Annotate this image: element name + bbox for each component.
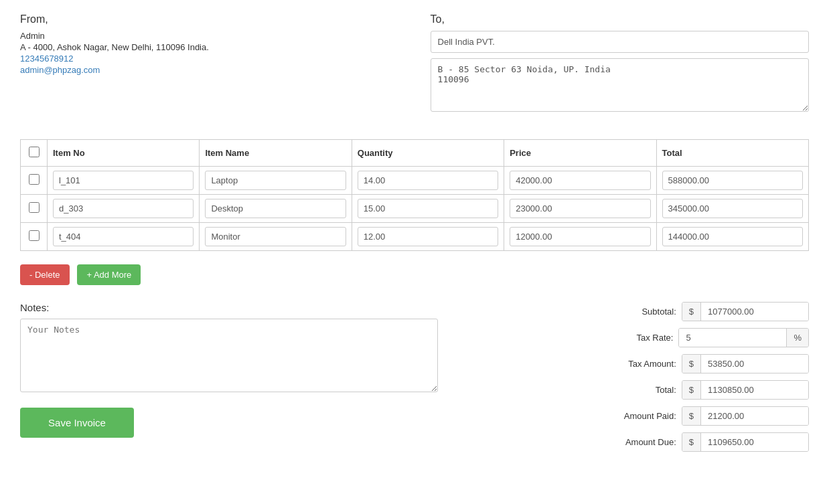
header-total: Total [656, 140, 808, 167]
amount-due-input-group: $ [682, 432, 809, 452]
row-checkbox-0[interactable] [29, 174, 40, 185]
row-price-input-0[interactable] [510, 171, 650, 190]
tax-rate-input-group: % [678, 328, 809, 347]
row-item-no-input-0[interactable] [53, 171, 194, 190]
total-input[interactable] [701, 381, 808, 399]
row-checkbox-2[interactable] [29, 230, 40, 241]
subtotal-input[interactable] [701, 303, 808, 321]
add-more-button[interactable]: + Add More [77, 264, 141, 285]
row-item-name-input-2[interactable] [205, 227, 346, 246]
total-row: Total: $ [469, 380, 809, 400]
tax-rate-label: Tax Rate: [593, 333, 673, 343]
amount-paid-label: Amount Paid: [596, 411, 676, 421]
row-price-cell [504, 167, 656, 195]
save-invoice-button[interactable]: Save Invoice [20, 408, 134, 438]
row-checkbox-cell [21, 223, 48, 251]
subtotal-input-group: $ [682, 302, 809, 321]
table-header-row: Item No Item Name Quantity Price Total [21, 140, 809, 167]
amount-due-row: Amount Due: $ [469, 432, 809, 452]
row-quantity-cell [352, 167, 504, 195]
row-price-input-2[interactable] [510, 227, 650, 246]
total-currency-symbol: $ [682, 381, 701, 399]
row-item-name-input-0[interactable] [205, 171, 346, 190]
tax-amount-currency-symbol: $ [682, 355, 701, 373]
header-quantity: Quantity [352, 140, 504, 167]
amount-due-currency-symbol: $ [682, 433, 701, 451]
amount-paid-currency-symbol: $ [682, 407, 701, 425]
row-total-input-0[interactable] [662, 171, 803, 190]
row-quantity-input-0[interactable] [358, 171, 498, 190]
tax-amount-input[interactable] [701, 355, 808, 373]
row-price-cell [504, 195, 656, 223]
total-input-group: $ [682, 380, 809, 400]
row-item-no-input-2[interactable] [53, 227, 194, 246]
row-price-cell [504, 223, 656, 251]
tax-amount-label: Tax Amount: [596, 359, 676, 369]
tax-amount-input-group: $ [682, 354, 809, 373]
subtotal-row: Subtotal: $ [469, 302, 809, 321]
subtotal-label: Subtotal: [596, 307, 676, 317]
from-label: From, [20, 13, 398, 25]
table-row [21, 223, 809, 251]
row-quantity-cell [352, 223, 504, 251]
header-checkbox-col [21, 140, 48, 167]
row-item-name-cell [200, 195, 352, 223]
notes-section: Notes: Save Invoice [20, 302, 438, 438]
row-total-cell [656, 223, 808, 251]
invoice-table: Item No Item Name Quantity Price Total [20, 139, 809, 251]
row-quantity-cell [352, 195, 504, 223]
row-quantity-input-1[interactable] [358, 199, 498, 218]
notes-textarea[interactable] [20, 319, 438, 392]
row-item-no-input-1[interactable] [53, 199, 194, 218]
to-company-input[interactable] [431, 31, 809, 53]
row-item-name-input-1[interactable] [205, 199, 346, 218]
tax-rate-row: Tax Rate: % [469, 328, 809, 347]
tax-rate-input[interactable] [679, 329, 786, 347]
row-total-cell [656, 167, 808, 195]
amount-due-label: Amount Due: [596, 437, 676, 447]
amount-paid-input[interactable] [701, 407, 808, 425]
notes-label: Notes: [20, 302, 438, 313]
amount-due-input[interactable] [701, 433, 808, 451]
amount-paid-row: Amount Paid: $ [469, 406, 809, 426]
row-item-name-cell [200, 223, 352, 251]
row-item-no-cell [48, 167, 200, 195]
total-label: Total: [596, 385, 676, 395]
row-item-no-cell [48, 223, 200, 251]
totals-section: Subtotal: $ Tax Rate: % Tax Amount: $ To… [469, 302, 809, 458]
tax-rate-percent-symbol: % [786, 329, 808, 347]
header-item-name: Item Name [200, 140, 352, 167]
tax-amount-row: Tax Amount: $ [469, 354, 809, 373]
to-section: To, B - 85 Sector 63 Noida, UP. India 11… [431, 13, 809, 119]
row-checkbox-cell [21, 195, 48, 223]
row-item-name-cell [200, 167, 352, 195]
table-row [21, 167, 809, 195]
row-item-no-cell [48, 195, 200, 223]
delete-button[interactable]: - Delete [20, 264, 70, 285]
to-label: To, [431, 13, 809, 25]
row-total-input-1[interactable] [662, 199, 803, 218]
subtotal-currency-symbol: $ [682, 303, 701, 321]
table-row [21, 195, 809, 223]
select-all-checkbox[interactable] [29, 147, 40, 157]
amount-paid-input-group: $ [682, 406, 809, 426]
row-quantity-input-2[interactable] [358, 227, 498, 246]
header-price: Price [504, 140, 656, 167]
header-item-no: Item No [48, 140, 200, 167]
row-checkbox-cell [21, 167, 48, 195]
row-total-cell [656, 195, 808, 223]
row-checkbox-1[interactable] [29, 202, 40, 213]
action-buttons: - Delete + Add More [20, 264, 809, 285]
from-section: From, Admin A - 4000, Ashok Nagar, New D… [20, 13, 398, 119]
to-address-input[interactable]: B - 85 Sector 63 Noida, UP. India 110096 [431, 58, 809, 112]
from-email: admin@phpzag.com [20, 65, 398, 75]
from-phone: 12345678912 [20, 54, 398, 64]
from-address: A - 4000, Ashok Nagar, New Delhi, 110096… [20, 42, 398, 52]
row-price-input-1[interactable] [510, 199, 650, 218]
row-total-input-2[interactable] [662, 227, 803, 246]
from-name: Admin [20, 31, 398, 41]
